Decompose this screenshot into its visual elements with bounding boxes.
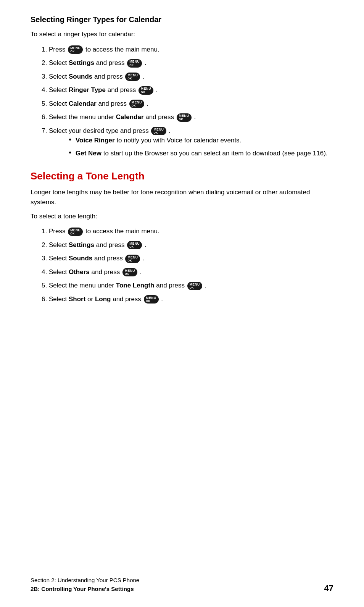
step-2-6: Select Short or Long and press MENUOK .	[49, 294, 333, 304]
menu-ok-button: MENUOK	[68, 228, 83, 236]
step-1-4: Select Ringer Type and press MENUOK .	[49, 85, 333, 95]
step-text: Press	[49, 46, 67, 53]
step-1-1: Press MENUOK to access the main menu.	[49, 45, 333, 55]
footer-section-label: Section 2: Understanding Your PCS Phone	[31, 576, 139, 585]
menu-ok-button: MENUOK	[125, 73, 140, 81]
menu-ok-button: MENUOK	[177, 113, 192, 122]
step-1-2: Select Settings and press MENUOK .	[49, 58, 333, 68]
step-1-5: Select Calendar and press MENUOK .	[49, 99, 333, 109]
step-text-after: to access the main menu.	[85, 228, 159, 235]
menu-ok-button: MENUOK	[122, 268, 137, 276]
bullet-get-new: Get New to start up the Browser so you c…	[69, 149, 333, 158]
section2-description2: To select a tone length:	[31, 211, 333, 221]
footer-subsection-label: 2B: Controlling Your Phone's Settings	[31, 585, 139, 594]
step-text: Select the menu under Calendar and press	[49, 113, 176, 121]
bullet-voice-ringer: Voice Ringer to notify you with Voice fo…	[69, 136, 333, 145]
menu-ok-button: MENUOK	[68, 45, 83, 54]
step-text: Select Others and press	[49, 268, 122, 276]
step-2-2: Select Settings and press MENUOK .	[49, 240, 333, 250]
step-text-after: .	[145, 59, 147, 66]
step-1-6: Select the menu under Calendar and press…	[49, 112, 333, 122]
step-text: Select Settings and press	[49, 59, 126, 66]
step-1-3: Select Sounds and press MENUOK .	[49, 72, 333, 82]
section2-description1: Longer tone lengths may be better for to…	[31, 187, 333, 208]
step-text: Select Short or Long and press	[49, 295, 143, 303]
step-2-5: Select the menu under Tone Length and pr…	[49, 281, 333, 291]
menu-ok-button: MENUOK	[127, 59, 142, 68]
menu-ok-button: MENUOK	[127, 241, 142, 249]
section1-heading: Selecting Ringer Types for Calendar	[31, 15, 333, 24]
step-2-1: Press MENUOK to access the main menu.	[49, 226, 333, 236]
step-text-after: .	[147, 100, 149, 107]
menu-ok-button: MENUOK	[151, 127, 166, 135]
step-text: Select Sounds and press	[49, 255, 124, 262]
step-text: Select your desired type and press	[49, 127, 150, 134]
section1-bullets: Voice Ringer to notify you with Voice fo…	[69, 136, 333, 158]
step-text-after: .	[143, 73, 145, 80]
section2-steps: Press MENUOK to access the main menu. Se…	[49, 226, 333, 304]
step-text-after: .	[194, 113, 196, 121]
step-1-7: Select your desired type and press MENUO…	[49, 126, 333, 158]
page-footer: Section 2: Understanding Your PCS Phone …	[31, 576, 333, 593]
step-text-after: .	[161, 295, 163, 303]
menu-ok-button: MENUOK	[187, 282, 202, 290]
menu-ok-button: MENUOK	[129, 100, 144, 108]
footer-left: Section 2: Understanding Your PCS Phone …	[31, 576, 139, 593]
menu-ok-button: MENUOK	[144, 295, 159, 304]
step-text-after: .	[140, 268, 142, 276]
menu-ok-button: MENUOK	[139, 86, 153, 95]
step-text: Select Calendar and press	[49, 100, 129, 107]
step-text: Select Settings and press	[49, 241, 126, 249]
section1-steps: Press MENUOK to access the main menu. Se…	[49, 45, 333, 158]
step-text: Press	[49, 228, 67, 235]
menu-ok-button: MENUOK	[125, 255, 140, 263]
step-text-after: .	[143, 255, 145, 262]
page-number: 47	[324, 583, 333, 593]
step-2-3: Select Sounds and press MENUOK .	[49, 253, 333, 263]
step-text-after: .	[156, 86, 158, 94]
step-2-4: Select Others and press MENUOK .	[49, 267, 333, 277]
section2-heading: Selecting a Tone Length	[31, 170, 333, 182]
step-text: Select Ringer Type and press	[49, 86, 138, 94]
step-text-after: .	[205, 282, 206, 289]
step-text-after: to access the main menu.	[85, 46, 159, 53]
step-text: Select the menu under Tone Length and pr…	[49, 282, 187, 289]
step-text-after: .	[145, 241, 147, 249]
step-text-after: .	[169, 127, 171, 134]
step-text: Select Sounds and press	[49, 73, 124, 80]
section1-intro: To select a ringer types for calendar:	[31, 29, 333, 39]
